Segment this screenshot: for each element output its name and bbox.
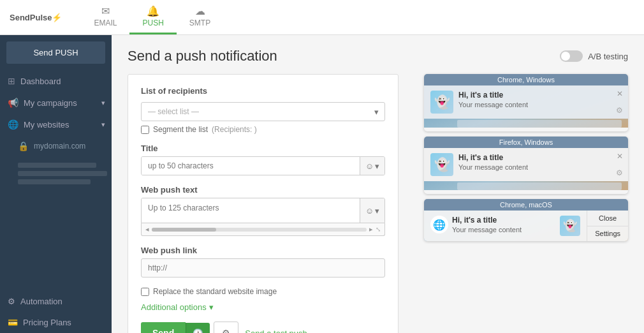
send-push-button[interactable]: Send PUSH (6, 41, 105, 64)
email-icon: ✉ (101, 5, 110, 17)
sidebar-item-dashboard-label: Dashboard (20, 77, 61, 86)
sidebar: Send PUSH ⊞ Dashboard 📢 My campaigns 🌐 M… (0, 35, 112, 333)
recipients-group: List of recipients — select list — Segme… (141, 86, 385, 134)
chrome-macos-left: 🌐 Hi, it's a title Your message content … (424, 211, 587, 241)
main-layout: Send PUSH ⊞ Dashboard 📢 My campaigns 🌐 M… (0, 35, 644, 333)
title-emoji-button[interactable]: ☺ ▾ (360, 157, 384, 175)
firefox-windows-ghost-icon: 👻 (430, 153, 453, 176)
chrome-macos-title: Hi, it's a title (452, 216, 553, 225)
chrome-windows-url-bar (457, 120, 622, 128)
nav-tabs: ✉ EMAIL 🔔 PUSH ☁ SMTP (81, 0, 223, 34)
schedule-button[interactable]: 🕐 (186, 323, 210, 334)
sidebar-item-automation[interactable]: ⚙ Automation (0, 291, 112, 312)
chrome-windows-body: Your message content (458, 101, 622, 108)
chrome-windows-close-icon[interactable]: ✕ (617, 89, 623, 98)
web-push-text-input[interactable] (142, 198, 360, 223)
sidebar-item-campaigns[interactable]: 📢 My campaigns (0, 92, 112, 114)
domain-lock-icon: 🔒 (18, 141, 29, 151)
sidebar-item-dashboard[interactable]: ⊞ Dashboard (0, 70, 112, 92)
chrome-macos-text: Hi, it's a title Your message content (452, 216, 553, 233)
chrome-windows-settings-icon[interactable]: ⚙ (616, 106, 623, 115)
chevron-down-icon: ▾ (375, 161, 379, 171)
tab-email[interactable]: ✉ EMAIL (81, 0, 129, 34)
tab-smtp[interactable]: ☁ SMTP (177, 0, 223, 34)
title-input[interactable] (142, 157, 360, 175)
segment-checkbox-row: Segment the list (Recipients: ) (141, 125, 385, 134)
send-button[interactable]: Send (141, 322, 186, 333)
chrome-windows-title: Hi, it's a title (458, 91, 622, 100)
pricing-icon: 💳 (8, 318, 18, 327)
replace-image-label: Replace the standard website image (153, 287, 277, 296)
additional-options-arrow: ▾ (209, 302, 214, 312)
chrome-macos-ghost-icon: 👻 (560, 216, 580, 236)
send-row: Send 🕐 ⚙ Send a test push (141, 322, 385, 333)
sidebar-item-automation-label: Automation (20, 297, 62, 306)
logo-icon: ⚡ (52, 13, 62, 22)
web-push-text-label: Web push text (141, 185, 385, 195)
ab-testing-label: A/B testing (588, 52, 628, 61)
ab-testing-toggle[interactable]: A/B testing (560, 50, 628, 62)
sidebar-blur-1 (18, 163, 96, 168)
send-settings-button[interactable]: ⚙ (214, 322, 238, 333)
segment-checkbox[interactable] (141, 126, 149, 134)
sidebar-item-pricing[interactable]: 💳 Pricing Plans (0, 312, 112, 333)
sidebar-blur-3 (18, 179, 91, 184)
firefox-windows-settings-icon[interactable]: ⚙ (616, 168, 623, 177)
web-push-link-input[interactable] (141, 258, 385, 278)
sidebar-item-domain[interactable]: 🔒 mydomain.com (0, 135, 112, 157)
push-icon: 🔔 (147, 5, 159, 17)
form-container: List of recipients — select list — Segme… (128, 74, 399, 333)
test-push-link[interactable]: Send a test push (245, 329, 307, 334)
preview-firefox-windows: Firefox, Windows 👻 Hi, it's a title Your… (424, 137, 628, 194)
chrome-windows-text: Hi, it's a title Your message content (458, 91, 622, 108)
title-group: Title ☺ ▾ (141, 144, 385, 175)
firefox-windows-close-icon[interactable]: ✕ (617, 152, 623, 161)
firefox-windows-notification: 👻 Hi, it's a title Your message content … (424, 148, 628, 181)
clock-icon: 🕐 (193, 329, 203, 334)
tab-push[interactable]: 🔔 PUSH (129, 0, 176, 34)
replace-image-checkbox[interactable] (141, 288, 149, 296)
chrome-windows-notification: 👻 Hi, it's a title Your message content … (424, 85, 628, 119)
sidebar-item-campaigns-label: My campaigns (24, 98, 77, 108)
segment-recipients-label: (Recipients: ) (212, 125, 257, 134)
web-push-text-group: Web push text ☺ ▾ ◂ ▸ (141, 185, 385, 236)
segment-label: Segment the list (153, 125, 208, 134)
chrome-macos-close-button[interactable]: Close (587, 211, 628, 226)
page-title: Send a push notification A/B testing (128, 48, 628, 64)
preview-chrome-windows: Chrome, Windows 👻 Hi, it's a title Your … (424, 74, 628, 131)
text-chevron-icon: ▾ (375, 206, 379, 216)
dashboard-icon: ⊞ (8, 76, 15, 86)
text-emoji-icon: ☺ (365, 206, 374, 216)
firefox-windows-url-bar (457, 182, 622, 190)
title-label: Title (141, 144, 385, 153)
web-push-text-wrapper: ☺ ▾ ◂ ▸ ⤡ (141, 198, 385, 236)
sidebar-item-pricing-label: Pricing Plans (23, 318, 71, 327)
tab-email-label: EMAIL (94, 18, 117, 27)
resize-handle-icon[interactable]: ⤡ (376, 226, 381, 233)
top-navigation: SendPulse⚡ ✉ EMAIL 🔔 PUSH ☁ SMTP (0, 0, 644, 35)
chrome-windows-ghost-icon: 👻 (430, 91, 453, 114)
web-push-link-label: Web push link (141, 246, 385, 255)
settings-gear-icon: ⚙ (222, 328, 230, 333)
chrome-windows-bg: 👻 Hi, it's a title Your message content … (424, 85, 628, 128)
emoji-icon: ☺ (365, 161, 374, 171)
sidebar-item-domain-label: mydomain.com (34, 142, 85, 151)
campaigns-icon: 📢 (8, 98, 18, 108)
websites-icon: 🌐 (8, 119, 18, 130)
preview-panel: Chrome, Windows 👻 Hi, it's a title Your … (424, 74, 628, 241)
ab-toggle-switch[interactable] (560, 50, 583, 62)
chrome-macos-settings-button[interactable]: Settings (587, 226, 628, 242)
replace-image-row: Replace the standard website image (141, 287, 385, 296)
logo-text: SendPulse (10, 13, 52, 22)
recipients-select[interactable]: — select list — (141, 102, 385, 121)
textarea-scrollbar[interactable] (152, 228, 367, 232)
web-push-text-emoji-button[interactable]: ☺ ▾ (360, 198, 384, 223)
additional-options-link[interactable]: Additional options ▾ (141, 302, 385, 312)
web-push-link-group: Web push link (141, 246, 385, 278)
content-row: List of recipients — select list — Segme… (128, 74, 628, 333)
chrome-macos-notification: 🌐 Hi, it's a title Your message content … (424, 211, 628, 241)
sidebar-item-websites[interactable]: 🌐 My websites (0, 114, 112, 135)
sidebar-blur-2 (18, 171, 107, 176)
additional-options-label: Additional options (141, 302, 207, 312)
chrome-icon: 🌐 (430, 216, 448, 233)
